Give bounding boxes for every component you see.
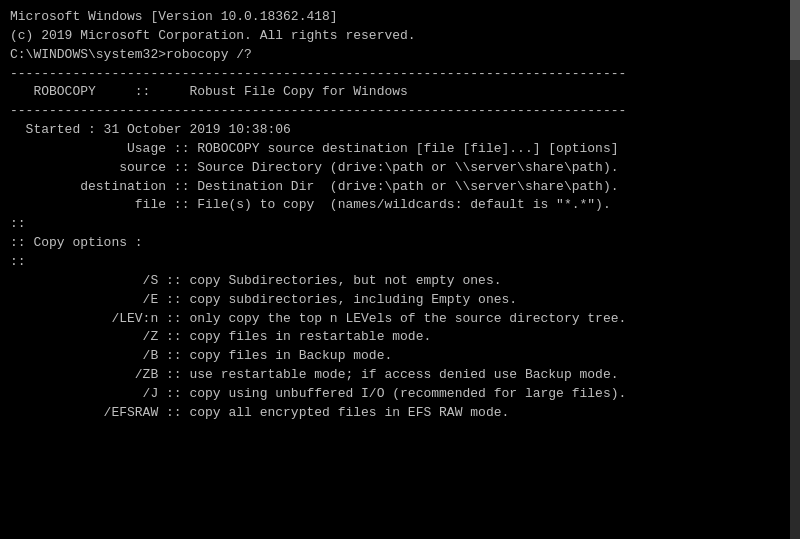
terminal-line: /ZB :: use restartable mode; if access d… [10,366,790,385]
terminal-line: /Z :: copy files in restartable mode. [10,328,790,347]
terminal-line: (c) 2019 Microsoft Corporation. All righ… [10,27,790,46]
terminal-line: ROBOCOPY :: Robust File Copy for Windows [10,83,790,102]
terminal-line: /J :: copy using unbuffered I/O (recomme… [10,385,790,404]
terminal-line: /S :: copy Subdirectories, but not empty… [10,272,790,291]
terminal-line: :: Copy options : [10,234,790,253]
terminal-line: Microsoft Windows [Version 10.0.18362.41… [10,8,790,27]
terminal-line: ----------------------------------------… [10,102,790,121]
terminal-line: Usage :: ROBOCOPY source destination [fi… [10,140,790,159]
scrollbar-thumb[interactable] [790,0,800,60]
terminal-line: destination :: Destination Dir (drive:\p… [10,178,790,197]
scrollbar[interactable] [790,0,800,539]
terminal-line: C:\WINDOWS\system32>robocopy /? [10,46,790,65]
terminal-line: :: [10,253,790,272]
terminal-line: file :: File(s) to copy (names/wildcards… [10,196,790,215]
terminal-line: /B :: copy files in Backup mode. [10,347,790,366]
terminal-line: /LEV:n :: only copy the top n LEVels of … [10,310,790,329]
terminal-line: ----------------------------------------… [10,65,790,84]
terminal-line: source :: Source Directory (drive:\path … [10,159,790,178]
terminal-line: /EFSRAW :: copy all encrypted files in E… [10,404,790,423]
terminal-line: :: [10,215,790,234]
terminal-line: Started : 31 October 2019 10:38:06 [10,121,790,140]
terminal-window[interactable]: Microsoft Windows [Version 10.0.18362.41… [0,0,800,539]
terminal-line: /E :: copy subdirectories, including Emp… [10,291,790,310]
